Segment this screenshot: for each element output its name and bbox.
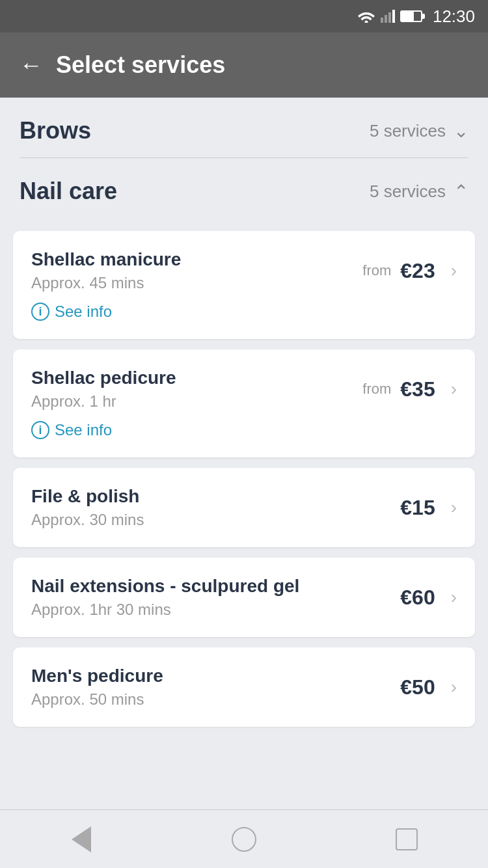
brows-section-title: Brows — [20, 117, 91, 144]
wifi-icon — [357, 10, 375, 23]
battery-icon — [400, 10, 422, 22]
card-info: Men's pedicure Approx. 50 mins — [31, 666, 400, 709]
nail-care-count: 5 services — [370, 182, 446, 202]
see-info-shellac-pedicure[interactable]: i See info — [31, 421, 457, 439]
chevron-right-icon: › — [451, 677, 457, 698]
from-label: from — [362, 262, 391, 279]
chevron-right-icon: › — [451, 497, 457, 518]
info-icon: i — [31, 421, 49, 439]
service-price: €50 — [400, 675, 435, 699]
nail-care-section-title: Nail care — [20, 178, 117, 205]
service-card-nail-extensions[interactable]: Nail extensions - sculpured gel Approx. … — [13, 558, 475, 637]
service-duration: Approx. 45 mins — [31, 274, 362, 292]
status-icons: 12:30 — [357, 7, 475, 27]
card-top: Men's pedicure Approx. 50 mins €50 › — [31, 666, 457, 709]
brows-chevron-down-icon[interactable]: ⌄ — [454, 120, 468, 142]
service-price: €60 — [400, 586, 435, 610]
service-name: Men's pedicure — [31, 666, 400, 686]
see-info-shellac-manicure[interactable]: i See info — [31, 303, 457, 321]
nav-back-button[interactable] — [65, 823, 98, 856]
service-card-mens-pedicure[interactable]: Men's pedicure Approx. 50 mins €50 › — [13, 647, 475, 727]
service-price: €23 — [400, 259, 435, 283]
service-name: Shellac manicure — [31, 249, 362, 270]
service-card-file-polish[interactable]: File & polish Approx. 30 mins €15 › — [13, 468, 475, 547]
svg-rect-3 — [388, 12, 391, 23]
svg-point-0 — [364, 21, 368, 23]
card-info: Nail extensions - sculpured gel Approx. … — [31, 576, 400, 619]
service-duration: Approx. 30 mins — [31, 511, 400, 529]
service-duration: Approx. 1 hr — [31, 392, 362, 411]
card-price-area: €15 › — [400, 496, 457, 520]
brows-count: 5 services — [370, 121, 446, 141]
card-top: File & polish Approx. 30 mins €15 › — [31, 486, 457, 529]
brows-section-header: Brows 5 services ⌄ — [0, 98, 488, 157]
page-title: Select services — [56, 51, 225, 79]
nail-care-section-header: Nail care 5 services ⌃ — [0, 158, 488, 218]
card-info: File & polish Approx. 30 mins — [31, 486, 400, 529]
see-info-label: See info — [55, 421, 112, 439]
service-name: Nail extensions - sculpured gel — [31, 576, 400, 597]
nav-recents-button[interactable] — [390, 823, 423, 856]
chevron-right-icon: › — [451, 260, 457, 281]
service-price: €35 — [400, 377, 435, 401]
card-price-area: €50 › — [400, 675, 457, 699]
chevron-right-icon: › — [451, 587, 457, 608]
services-list: Shellac manicure Approx. 45 mins from €2… — [0, 218, 488, 805]
card-top: Shellac manicure Approx. 45 mins from €2… — [31, 249, 457, 292]
brows-section-meta[interactable]: 5 services ⌄ — [370, 120, 468, 142]
card-price-area: from €35 › — [362, 377, 457, 401]
card-top: Shellac pedicure Approx. 1 hr from €35 › — [31, 368, 457, 411]
back-triangle-icon — [72, 826, 91, 852]
card-top: Nail extensions - sculpured gel Approx. … — [31, 576, 457, 619]
service-price: €15 — [400, 496, 435, 520]
signal-icon — [381, 10, 395, 23]
service-name: Shellac pedicure — [31, 368, 362, 388]
nail-care-section-meta[interactable]: 5 services ⌃ — [370, 181, 468, 202]
status-time: 12:30 — [433, 7, 475, 27]
content: Brows 5 services ⌄ Nail care 5 services … — [0, 98, 488, 805]
svg-rect-4 — [392, 10, 395, 23]
header: ← Select services — [0, 33, 488, 98]
see-info-label: See info — [55, 303, 112, 321]
recents-square-icon — [396, 828, 418, 850]
svg-rect-2 — [385, 15, 387, 23]
service-duration: Approx. 1hr 30 mins — [31, 601, 400, 619]
info-icon: i — [31, 303, 49, 321]
nav-home-button[interactable] — [228, 823, 260, 856]
card-info: Shellac manicure Approx. 45 mins — [31, 249, 362, 292]
card-info: Shellac pedicure Approx. 1 hr — [31, 368, 362, 411]
bottom-nav — [0, 809, 488, 868]
service-card-shellac-manicure[interactable]: Shellac manicure Approx. 45 mins from €2… — [13, 231, 475, 339]
service-name: File & polish — [31, 486, 400, 507]
back-button[interactable]: ← — [20, 53, 43, 77]
home-circle-icon — [232, 827, 256, 852]
status-bar: 12:30 — [0, 0, 488, 33]
from-label: from — [362, 381, 391, 398]
service-card-shellac-pedicure[interactable]: Shellac pedicure Approx. 1 hr from €35 ›… — [13, 349, 475, 457]
chevron-right-icon: › — [451, 379, 457, 400]
nail-care-chevron-up-icon[interactable]: ⌃ — [454, 181, 468, 202]
card-price-area: €60 › — [400, 586, 457, 610]
card-price-area: from €23 › — [362, 259, 457, 283]
svg-rect-1 — [381, 18, 383, 23]
service-duration: Approx. 50 mins — [31, 690, 400, 709]
